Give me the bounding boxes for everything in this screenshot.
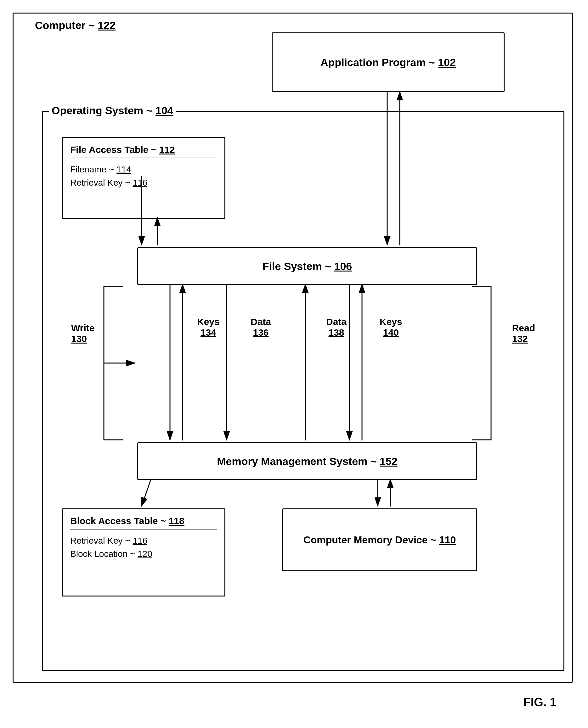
bat-box: Block Access Table ~ 118 Retrieval Key ~…: [62, 508, 225, 596]
app-program-label: Application Program ~ 102: [320, 56, 456, 69]
computer-num: 122: [98, 19, 115, 31]
cmd-label: Computer Memory Device ~ 110: [303, 533, 456, 547]
fat-filename: Filename ~ 114: [70, 164, 217, 175]
bat-block-location: Block Location ~ 120: [70, 549, 217, 559]
mms-label: Memory Management System ~ 152: [217, 455, 398, 467]
os-label: Operating System ~ 104: [49, 105, 176, 117]
bat-title: Block Access Table ~ 118: [70, 516, 217, 529]
page: Computer ~ 122 Application Program ~ 102…: [0, 0, 588, 728]
keys134-label: Keys 134: [197, 316, 220, 338]
mms-box: Memory Management System ~ 152: [137, 442, 477, 480]
data138-label: Data 138: [326, 316, 346, 338]
bat-retrieval-key: Retrieval Key ~ 116: [70, 536, 217, 546]
read-label: Read 132: [512, 323, 535, 344]
data136-label: Data 136: [251, 316, 271, 338]
cmd-box: Computer Memory Device ~ 110: [282, 508, 477, 571]
fig-label: FIG. 1: [523, 696, 556, 709]
app-program-box: Application Program ~ 102: [272, 32, 505, 92]
os-box: Operating System ~ 104 File Access Table…: [42, 111, 564, 671]
fat-title: File Access Table ~ 112: [70, 145, 217, 158]
fat-box: File Access Table ~ 112 Filename ~ 114 R…: [62, 137, 225, 219]
computer-box: Computer ~ 122 Application Program ~ 102…: [13, 13, 573, 683]
keys140-label: Keys 140: [380, 316, 402, 338]
computer-label-text: Computer ~: [35, 19, 98, 31]
write-label: Write 130: [71, 323, 94, 344]
fat-retrieval-key: Retrieval Key ~ 116: [70, 178, 217, 188]
fs-box: File System ~ 106: [137, 247, 477, 285]
computer-label: Computer ~ 122: [33, 19, 118, 31]
fs-label: File System ~ 106: [262, 260, 352, 272]
